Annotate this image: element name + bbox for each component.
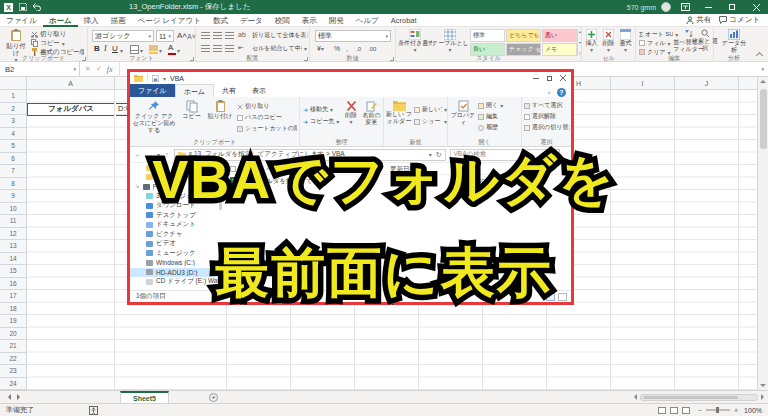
enter-icon[interactable]: ✓ — [96, 65, 102, 73]
font-color-icon[interactable]: A — [168, 43, 173, 52]
select-none-button[interactable]: 選択解除 — [524, 112, 570, 121]
underline-button[interactable]: U — [112, 44, 118, 53]
align-bottom-icon[interactable] — [225, 32, 234, 39]
autosum-button[interactable]: Σオート SUM▾ — [639, 30, 679, 38]
paste-shortcut-button[interactable]: ショートカットの貼り付け — [237, 124, 297, 133]
sidebar-item-ビデオ[interactable]: ビデオ — [130, 239, 224, 249]
align-top-icon[interactable] — [201, 32, 210, 39]
excel-app-icon[interactable]: X — [4, 3, 13, 12]
row-header-6[interactable]: 6 — [0, 153, 27, 166]
explorer-tab-ファイル[interactable]: ファイル — [130, 84, 175, 97]
explorer-tab-共有[interactable]: 共有 — [214, 84, 244, 97]
font-name-select[interactable]: 游ゴシック▾ — [92, 30, 154, 42]
explorer-maximize-icon[interactable] — [547, 76, 552, 81]
format-as-table-button[interactable]: テーブルとして書式設定 ▾ — [432, 29, 468, 54]
row-header-16[interactable]: 16 — [0, 278, 27, 291]
cell-style-標準[interactable]: 標準 — [470, 29, 505, 42]
vertical-scrollbar[interactable] — [757, 77, 768, 390]
cell-style-悪い[interactable]: 悪い — [542, 29, 577, 42]
sidebar-item-ドキュメント[interactable]: ドキュメント — [130, 220, 224, 230]
zoom-level[interactable]: 100% — [744, 407, 762, 414]
row-header-2[interactable]: 2 — [0, 103, 27, 116]
row-header-13[interactable]: 13 — [0, 240, 27, 253]
edit-button[interactable]: 編集 — [478, 112, 520, 121]
underline-dropdown[interactable]: ▾ — [120, 47, 123, 54]
increase-font-icon[interactable]: A˄ — [177, 31, 187, 40]
zoom-slider-thumb[interactable] — [716, 407, 719, 413]
row-header-22[interactable]: 22 — [0, 353, 27, 366]
fill-color-icon[interactable] — [149, 45, 158, 54]
indent-icon[interactable]: ⇤ — [238, 44, 244, 52]
new-folder-button[interactable]: 新しい フォルダー — [385, 100, 413, 125]
align-center-icon[interactable] — [213, 45, 222, 52]
row-header-4[interactable]: 4 — [0, 128, 27, 141]
cancel-icon[interactable]: ✕ — [85, 65, 91, 73]
scroll-up-icon[interactable] — [760, 80, 766, 83]
row-header-1[interactable]: 1 — [0, 90, 27, 103]
sidebar-item-デスクトップ[interactable]: デスクトップ — [130, 211, 224, 221]
sidebar-item-CD ドライブ (E:) Watchto...[interactable]: CD ドライブ (E:) Watchto... — [130, 277, 224, 287]
decrease-decimal-icon[interactable]: .00 — [368, 46, 376, 52]
clipboard-dialog-launcher[interactable] — [82, 57, 86, 61]
scroll-right-icon[interactable] — [761, 394, 764, 400]
increase-decimal-icon[interactable]: .0 — [356, 46, 361, 52]
undo-icon[interactable] — [32, 3, 41, 12]
open-button[interactable]: 開く▾ — [478, 101, 520, 110]
exp-copy-button[interactable]: コピー — [178, 100, 205, 120]
row-header-9[interactable]: 9 — [0, 190, 27, 203]
row-header-10[interactable]: 10 — [0, 203, 27, 216]
delete-button[interactable]: 削除▾ — [342, 100, 360, 126]
row-header-14[interactable]: 14 — [0, 253, 27, 266]
borders-icon[interactable] — [130, 45, 139, 54]
exp-paste-button[interactable]: 貼り付け — [206, 100, 234, 120]
expand-formula-bar-icon[interactable]: ▾ — [759, 66, 764, 72]
row-header-11[interactable]: 11 — [0, 215, 27, 228]
orientation-icon[interactable]: ab — [238, 31, 246, 38]
tab-Acrobat[interactable]: Acrobat — [385, 14, 423, 27]
align-middle-icon[interactable] — [213, 32, 222, 39]
avatar[interactable] — [661, 2, 671, 12]
row-header-20[interactable]: 20 — [0, 328, 27, 341]
tab-ヘルプ[interactable]: ヘルプ — [350, 14, 385, 27]
collapse-ribbon-icon[interactable] — [756, 52, 763, 59]
scroll-down-icon[interactable] — [760, 384, 766, 387]
sidebar-item-HD-ADU3 (D:)[interactable]: HD-ADU3 (D:) — [130, 268, 224, 278]
zoom-in-icon[interactable]: + — [734, 407, 738, 414]
column-header-J[interactable]: J — [675, 77, 739, 90]
sidebar-item-Windows (C:)[interactable]: Windows (C:) — [130, 258, 224, 268]
percent-format-icon[interactable]: % — [334, 45, 340, 52]
row-header-21[interactable]: 21 — [0, 340, 27, 353]
alignment-dialog-launcher[interactable] — [304, 57, 308, 61]
italic-button[interactable]: I — [104, 44, 107, 53]
sidebar-item-ミュージック[interactable]: ミュージック — [130, 249, 224, 259]
format-cells-button[interactable]: 書式▾ — [617, 29, 634, 54]
wrap-text-button[interactable]: 折り返して全体を表示する — [252, 31, 308, 39]
sidebar-item-ピクチャ[interactable]: ピクチャ — [130, 230, 224, 240]
row-header-23[interactable]: 23 — [0, 365, 27, 378]
find-select-button[interactable]: 検索と 選択 — [697, 29, 713, 52]
tab-表示[interactable]: 表示 — [296, 14, 323, 27]
column-header-K[interactable]: K — [739, 77, 757, 90]
expand-ribbon-icon[interactable]: ˅ — [547, 90, 551, 96]
rename-button[interactable]: 名前の変更 — [360, 100, 383, 126]
tab-数式[interactable]: 数式 — [207, 14, 234, 27]
new-sheet-button[interactable]: + — [209, 393, 218, 402]
copy-to-button[interactable]: ➜コピー先▾ — [303, 117, 341, 126]
align-left-icon[interactable] — [201, 45, 210, 52]
borders-dropdown[interactable]: ▾ — [140, 47, 143, 54]
tab-開発[interactable]: 開発 — [323, 14, 350, 27]
column-header-I[interactable]: I — [611, 77, 675, 90]
row-header-24[interactable]: 24 — [0, 378, 27, 391]
currency-format-icon[interactable]: ¥▾ — [317, 45, 324, 52]
minimize-button[interactable] — [696, 0, 720, 14]
tab-描画[interactable]: 描画 — [105, 14, 132, 27]
delete-cells-button[interactable]: 削除▾ — [600, 29, 617, 54]
maximize-button[interactable] — [720, 0, 744, 14]
horizontal-scrollbar[interactable] — [634, 394, 764, 401]
row-header-17[interactable]: 17 — [0, 290, 27, 303]
move-to-button[interactable]: ➜移動先▾ — [303, 105, 341, 114]
bold-button[interactable]: B — [94, 44, 100, 53]
row-header-19[interactable]: 19 — [0, 315, 27, 328]
easy-access-button[interactable]: ショートカット▾ — [414, 117, 447, 126]
align-right-icon[interactable] — [225, 45, 234, 52]
